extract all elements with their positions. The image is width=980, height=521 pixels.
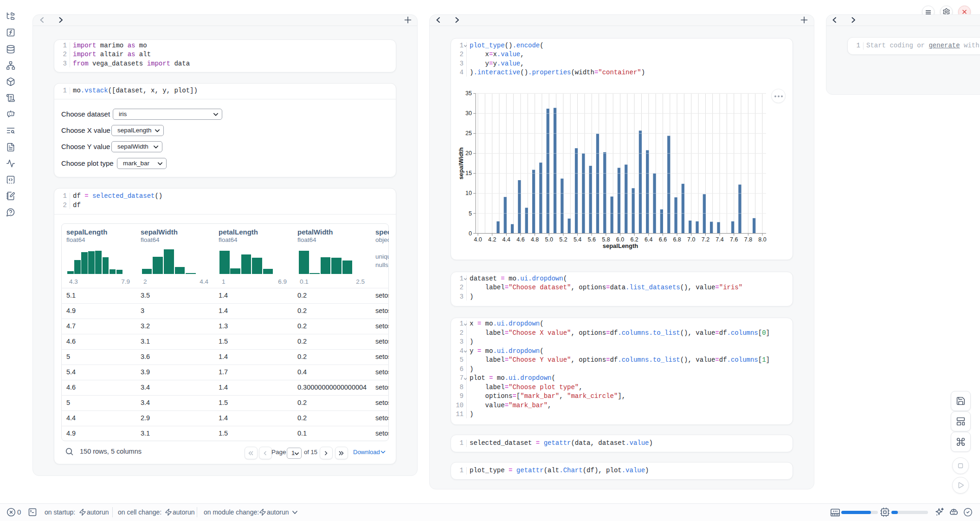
svg-text:20: 20 <box>465 150 472 156</box>
svg-text:6.2: 6.2 <box>630 236 638 243</box>
svg-text:4.4: 4.4 <box>503 236 510 243</box>
svg-text:4.2: 4.2 <box>488 236 496 243</box>
svg-text:35: 35 <box>465 90 472 97</box>
svg-text:5.8: 5.8 <box>602 236 610 243</box>
svg-text:5.6: 5.6 <box>588 236 596 243</box>
svg-text:7.4: 7.4 <box>716 236 723 243</box>
svg-text:6.0: 6.0 <box>616 236 624 243</box>
svg-text:6.4: 6.4 <box>645 236 652 243</box>
svg-text:6.6: 6.6 <box>659 236 667 243</box>
svg-text:7.0: 7.0 <box>687 236 695 243</box>
svg-text:5.0: 5.0 <box>545 236 553 243</box>
svg-text:8.0: 8.0 <box>758 236 766 243</box>
svg-text:7.8: 7.8 <box>744 236 752 243</box>
svg-text:25: 25 <box>465 130 472 137</box>
svg-text:4.0: 4.0 <box>474 236 482 243</box>
svg-text:7.6: 7.6 <box>730 236 738 243</box>
svg-text:10: 10 <box>465 190 472 196</box>
svg-text:6.8: 6.8 <box>673 236 681 243</box>
svg-text:15: 15 <box>465 170 472 176</box>
svg-text:7.2: 7.2 <box>702 236 709 243</box>
svg-text:5.2: 5.2 <box>559 236 567 243</box>
svg-text:4.8: 4.8 <box>531 236 539 243</box>
svg-text:30: 30 <box>465 110 472 117</box>
svg-text:0: 0 <box>469 230 472 237</box>
svg-text:sepalLength: sepalLength <box>603 242 638 249</box>
svg-text:sepalWidth: sepalWidth <box>458 147 464 179</box>
svg-text:5.4: 5.4 <box>574 236 581 243</box>
svg-text:5: 5 <box>469 210 472 217</box>
svg-text:4.6: 4.6 <box>516 236 524 243</box>
